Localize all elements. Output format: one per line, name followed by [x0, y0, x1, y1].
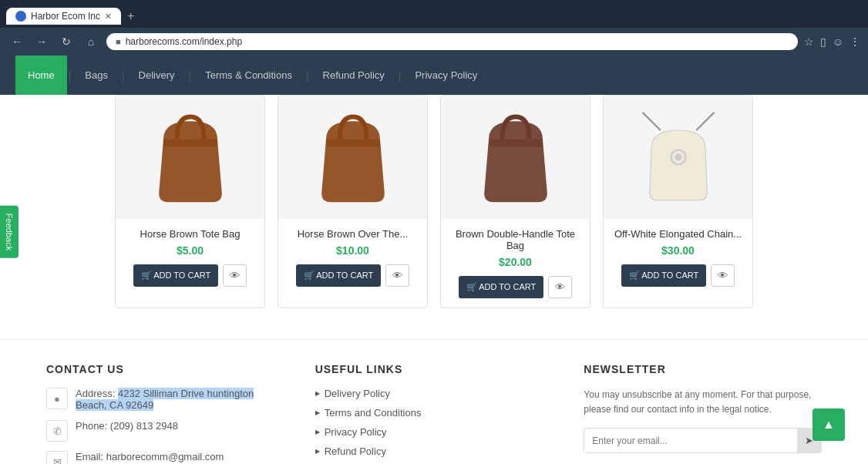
product-name: Off-White Elongated Chain... [613, 228, 743, 240]
product-name: Horse Brown Tote Bag [125, 228, 255, 240]
product-price: $10.00 [288, 244, 418, 257]
add-to-cart-button[interactable]: 🛒 ADD TO CART [133, 264, 218, 287]
product-actions: 🛒 ADD TO CART 👁 [450, 276, 580, 298]
contact-phone: ✆ Phone: (209) 813 2948 [46, 420, 284, 442]
product-actions: 🛒 ADD TO CART 👁 [125, 264, 255, 287]
nav-delivery[interactable]: Delivery [126, 55, 187, 95]
newsletter-title: NEWSLETTER [584, 363, 822, 375]
product-info: Horse Brown Tote Bag $5.00 🛒 ADD TO CART… [116, 219, 264, 296]
product-image [441, 96, 590, 219]
product-image [278, 96, 427, 219]
newsletter-email-input[interactable] [584, 429, 797, 452]
product-card: Off-White Elongated Chain... $30.00 🛒 AD… [603, 95, 753, 308]
product-info: Off-White Elongated Chain... $30.00 🛒 AD… [604, 219, 752, 296]
product-price: $20.00 [450, 256, 580, 268]
useful-link[interactable]: Terms and Conditions [315, 407, 553, 419]
browser-tab[interactable]: Harbor Ecom Inc ✕ [6, 8, 121, 25]
tab-label: Harbor Ecom Inc [31, 11, 100, 22]
nav-home[interactable]: Home [15, 55, 67, 95]
add-to-cart-button[interactable]: 🛒 ADD TO CART [459, 276, 543, 298]
useful-link-item: Privacy Policy [315, 426, 553, 438]
useful-link-item: Terms and Conditions [315, 407, 553, 419]
useful-link-item: Refund Policy [315, 446, 553, 457]
forward-button[interactable]: → [32, 32, 51, 51]
product-card: Horse Brown Over The... $10.00 🛒 ADD TO … [278, 95, 428, 308]
new-tab-button[interactable]: + [121, 9, 140, 23]
lock-icon: ■ [116, 37, 121, 46]
home-button[interactable]: ⌂ [82, 32, 100, 51]
useful-link[interactable]: Delivery Policy [315, 388, 553, 399]
useful-links-list: Delivery PolicyTerms and ConditionsPriva… [315, 388, 553, 457]
product-info: Brown Double-Handle Tote Bag $20.00 🛒 AD… [441, 219, 590, 308]
svg-point-6 [675, 153, 681, 160]
phone-icon: ✆ [46, 420, 68, 442]
address-text: Address: 4232 Silliman Drive huntington … [76, 388, 284, 411]
extensions-button[interactable]: ▯ [820, 35, 826, 48]
nav-bags[interactable]: Bags [72, 55, 120, 95]
contact-section: CONTACT US ● Address: 4232 Silliman Driv… [46, 363, 284, 464]
products-section: Horse Brown Tote Bag $5.00 🛒 ADD TO CART… [0, 95, 868, 339]
svg-rect-1 [326, 140, 380, 146]
product-info: Horse Brown Over The... $10.00 🛒 ADD TO … [278, 219, 427, 296]
newsletter-form: ➤ [584, 428, 822, 453]
svg-line-3 [642, 113, 660, 130]
svg-rect-0 [163, 140, 217, 146]
main-nav: Home | Bags | Delivery | Terms & Conditi… [0, 55, 868, 95]
product-actions: 🛒 ADD TO CART 👁 [613, 264, 743, 287]
useful-link[interactable]: Refund Policy [315, 446, 553, 457]
product-name: Horse Brown Over The... [288, 228, 418, 240]
email-icon: ✉ [46, 451, 68, 464]
quick-view-button[interactable]: 👁 [548, 276, 572, 298]
account-button[interactable]: ☺ [833, 35, 843, 48]
quick-view-button[interactable]: 👁 [711, 264, 735, 287]
url-text: harborecoms.com/index.php [126, 36, 789, 47]
menu-button[interactable]: ⋮ [849, 35, 860, 48]
product-image [116, 96, 264, 219]
contact-title: CONTACT US [46, 363, 284, 375]
newsletter-section: NEWSLETTER You may unsubscribe at any mo… [584, 363, 822, 464]
nav-refund[interactable]: Refund Policy [311, 55, 397, 95]
phone-value: (209) 813 2948 [110, 420, 178, 432]
svg-line-4 [696, 113, 714, 130]
useful-link-item: Delivery Policy [315, 388, 553, 399]
svg-rect-2 [489, 140, 543, 146]
add-to-cart-button[interactable]: 🛒 ADD TO CART [621, 264, 706, 287]
quick-view-button[interactable]: 👁 [385, 264, 409, 287]
tab-favicon [15, 11, 26, 22]
tab-close-button[interactable]: ✕ [105, 12, 112, 22]
products-grid: Horse Brown Tote Bag $5.00 🛒 ADD TO CART… [31, 95, 837, 324]
product-image [604, 96, 752, 219]
newsletter-description: You may unsubscribe at any moment. For t… [584, 388, 822, 417]
address-bar[interactable]: ■ harborecoms.com/index.php [106, 33, 798, 50]
feedback-tab[interactable]: Feedback [0, 206, 19, 258]
product-card: Brown Double-Handle Tote Bag $20.00 🛒 AD… [440, 95, 590, 308]
back-button[interactable]: ← [8, 32, 26, 51]
reload-button[interactable]: ↻ [57, 32, 76, 51]
bookmark-button[interactable]: ☆ [804, 35, 814, 48]
contact-address: ● Address: 4232 Silliman Drive huntingto… [46, 388, 284, 411]
useful-links-section: USEFUL LINKS Delivery PolicyTerms and Co… [315, 363, 553, 464]
useful-links-title: USEFUL LINKS [315, 363, 553, 375]
product-card: Horse Brown Tote Bag $5.00 🛒 ADD TO CART… [115, 95, 265, 308]
useful-link[interactable]: Privacy Policy [315, 426, 553, 438]
add-to-cart-button[interactable]: 🛒 ADD TO CART [296, 264, 381, 287]
quick-view-button[interactable]: 👁 [223, 264, 247, 287]
footer: CONTACT US ● Address: 4232 Silliman Driv… [0, 339, 868, 464]
product-price: $30.00 [613, 244, 743, 257]
location-icon: ● [46, 388, 68, 409]
product-name: Brown Double-Handle Tote Bag [450, 228, 580, 251]
contact-email: ✉ Email: harborecomm@gmail.com [46, 451, 284, 464]
product-actions: 🛒 ADD TO CART 👁 [288, 264, 418, 287]
nav-privacy[interactable]: Privacy Policy [402, 55, 490, 95]
email-value: harborecomm@gmail.com [106, 451, 224, 462]
product-price: $5.00 [125, 244, 255, 257]
nav-terms[interactable]: Terms & Conditions [193, 55, 304, 95]
scroll-to-top-button[interactable]: ▲ [812, 409, 845, 441]
